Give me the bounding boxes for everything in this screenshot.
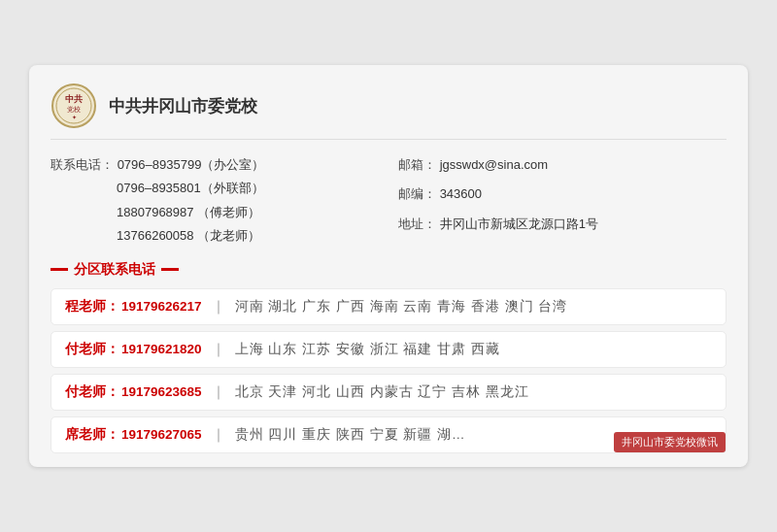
phone-row-2: 0796–8935801（外联部） (51, 177, 379, 200)
logo-icon: 中共 党校 ✦ (51, 83, 97, 129)
region-item-2: 付老师： 19179623685 ｜ 北京 天津 河北 山西 内蒙古 辽宁 吉林… (51, 374, 726, 411)
section-title: 分区联系电话 (51, 261, 726, 279)
phone-row-3: 18807968987 （傅老师） (51, 201, 379, 224)
phone-1: 0796–8935799（办公室） (118, 157, 265, 172)
regions-1: 上海 山东 江苏 安徽 浙江 福建 甘肃 西藏 (235, 341, 500, 358)
teacher-2: 付老师： (65, 383, 119, 401)
regions-3: 贵州 四川 重庆 陕西 宁夏 新疆 湖… (235, 426, 466, 444)
teacher-3: 席老师： (65, 426, 119, 444)
title-bar-left (51, 268, 68, 271)
main-card: 中共 党校 ✦ 中共井冈山市委党校 联系电话： 0796–8935799（办公室… (29, 65, 748, 466)
phone-3-r: 19179627065 (121, 427, 202, 442)
email-row: 邮箱： jgsswdx@sina.com (398, 153, 726, 177)
title-bar-right (161, 268, 179, 271)
section-title-text: 分区联系电话 (74, 261, 155, 279)
phones-label: 联系电话： (51, 157, 114, 172)
phone-1-r: 19179621820 (121, 342, 202, 356)
postcode-label: 邮编： (398, 186, 436, 201)
phone-2-r: 19179623685 (121, 384, 202, 399)
teacher-0: 程老师： (65, 298, 119, 316)
region-list: 程老师： 19179626217 ｜ 河南 湖北 广东 广西 海南 云南 青海 … (51, 288, 726, 453)
svg-text:✦: ✦ (72, 115, 77, 120)
region-item-1: 付老师： 19179621820 ｜ 上海 山东 江苏 安徽 浙江 福建 甘肃 … (51, 331, 726, 368)
org-title: 中共井冈山市委党校 (109, 95, 257, 117)
email-value: jgsswdx@sina.com (440, 157, 548, 172)
contact-right: 邮箱： jgsswdx@sina.com 邮编： 343600 地址： 井冈山市… (398, 153, 726, 247)
phone-0: 19179626217 (121, 299, 202, 314)
postcode-row: 邮编： 343600 (398, 183, 726, 206)
email-label: 邮箱： (398, 157, 436, 172)
divider-3: ｜ (212, 426, 225, 444)
address-label: 地址： (398, 216, 436, 231)
svg-text:中共: 中共 (65, 94, 84, 104)
phone-2: 0796–8935801（外联部） (51, 181, 264, 195)
phone-row-4: 13766260058 （龙老师） (51, 224, 379, 248)
region-item-3: 席老师： 19179627065 ｜ 贵州 四川 重庆 陕西 宁夏 新疆 湖… … (51, 416, 726, 453)
divider-1: ｜ (212, 341, 225, 358)
phone-4: 13766260058 （龙老师） (51, 228, 260, 243)
regions-0: 河南 湖北 广东 广西 海南 云南 青海 香港 澳门 台湾 (235, 298, 568, 316)
address-value: 井冈山市新城区龙源口路1号 (440, 216, 598, 231)
postcode-value: 343600 (440, 186, 482, 201)
phone-3: 18807968987 （傅老师） (51, 205, 260, 219)
phone-row-1: 联系电话： 0796–8935799（办公室） (51, 153, 379, 177)
contact-left: 联系电话： 0796–8935799（办公室） 0796–8935801（外联部… (51, 153, 379, 247)
svg-text:党校: 党校 (67, 106, 81, 113)
divider-2: ｜ (212, 383, 225, 401)
header: 中共 党校 ✦ 中共井冈山市委党校 (51, 83, 726, 140)
regions-2: 北京 天津 河北 山西 内蒙古 辽宁 吉林 黑龙江 (235, 383, 529, 401)
region-item-0: 程老师： 19179626217 ｜ 河南 湖北 广东 广西 海南 云南 青海 … (51, 288, 726, 325)
teacher-1: 付老师： (65, 341, 119, 358)
divider-0: ｜ (212, 298, 225, 316)
watermark: 井冈山市委党校微讯 (614, 432, 726, 452)
contact-grid: 联系电话： 0796–8935799（办公室） 0796–8935801（外联部… (51, 153, 726, 247)
address-row: 地址： 井冈山市新城区龙源口路1号 (398, 213, 726, 236)
